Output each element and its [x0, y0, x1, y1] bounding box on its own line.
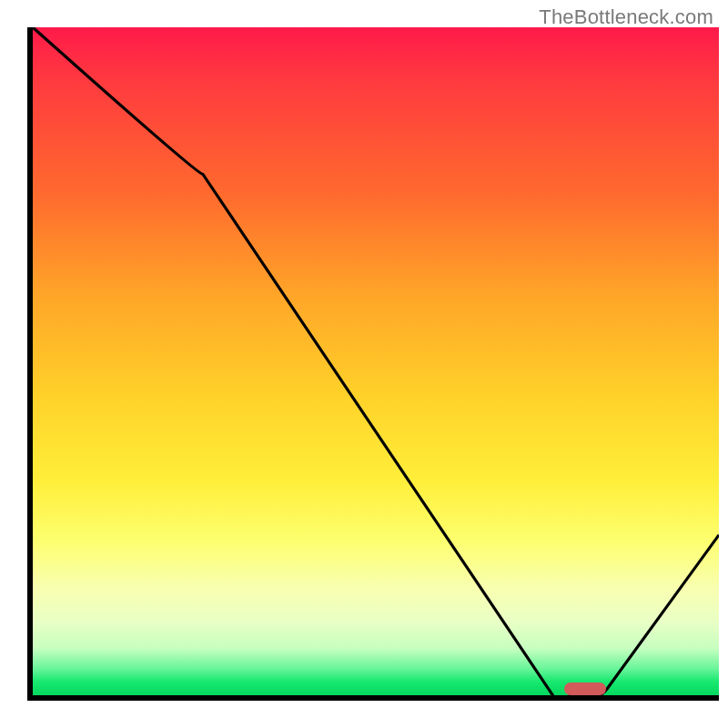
plot-area: [27, 27, 719, 701]
optimal-range-marker: [564, 682, 606, 695]
bottleneck-chart: TheBottleneck.com: [0, 0, 728, 728]
watermark-label: TheBottleneck.com: [539, 5, 713, 29]
bottleneck-curve: [33, 27, 719, 695]
